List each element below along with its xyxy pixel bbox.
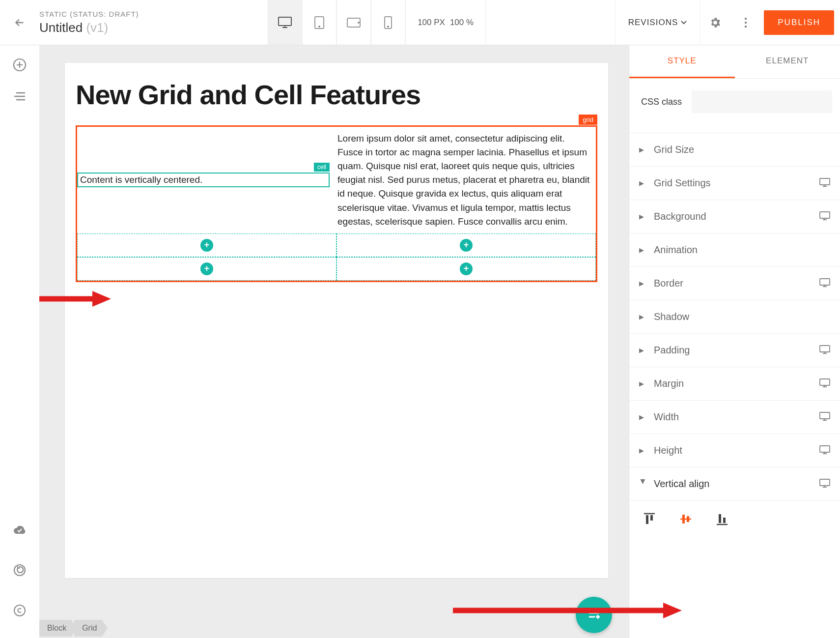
chevron-icon: ▶ bbox=[639, 179, 647, 187]
copyright-icon bbox=[13, 604, 26, 617]
more-button[interactable] bbox=[730, 0, 761, 45]
panel-tabs: STYLE ELEMENT bbox=[629, 45, 840, 79]
acc-animation[interactable]: ▶Animation bbox=[629, 233, 840, 267]
history-button[interactable] bbox=[10, 560, 29, 580]
empty-cell[interactable]: + bbox=[336, 233, 596, 257]
cloud-status[interactable] bbox=[10, 520, 29, 540]
acc-vertical-align[interactable]: ▶ Vertical align bbox=[629, 467, 840, 501]
revisions-dropdown[interactable]: REVISIONS bbox=[615, 0, 700, 45]
device-phone[interactable] bbox=[371, 0, 405, 45]
add-content-icon[interactable]: + bbox=[460, 239, 473, 252]
phone-icon bbox=[384, 16, 392, 29]
breadcrumb: Block Grid bbox=[39, 618, 105, 638]
copyright-button[interactable] bbox=[10, 601, 29, 620]
svg-rect-21 bbox=[646, 515, 648, 524]
add-content-icon[interactable]: + bbox=[200, 239, 213, 252]
css-class-label: CSS class bbox=[641, 97, 682, 107]
gear-icon bbox=[709, 16, 722, 29]
acc-label: Animation bbox=[654, 244, 830, 256]
acc-label: Background bbox=[654, 211, 819, 222]
main-row: New Grid and Cell Features grid cell Con… bbox=[0, 45, 840, 638]
acc-shadow[interactable]: ▶Shadow bbox=[629, 300, 840, 334]
svg-rect-15 bbox=[820, 279, 830, 285]
device-icon bbox=[819, 412, 830, 423]
list-icon bbox=[13, 91, 26, 101]
revisions-label: REVISIONS bbox=[628, 18, 678, 28]
back-button[interactable] bbox=[0, 0, 39, 45]
publish-button[interactable]: PUBLISH bbox=[764, 10, 834, 35]
settings-button[interactable] bbox=[700, 0, 730, 45]
device-icon bbox=[819, 378, 830, 389]
svg-point-8 bbox=[745, 21, 747, 23]
valign-middle[interactable] bbox=[679, 513, 692, 525]
acc-label: Vertical align bbox=[654, 478, 819, 490]
tree-button[interactable] bbox=[10, 87, 29, 106]
chevron-icon: ▶ bbox=[639, 213, 647, 220]
empty-cell[interactable]: + bbox=[77, 257, 336, 281]
device-icon bbox=[819, 178, 830, 189]
svg-rect-25 bbox=[719, 514, 721, 523]
chevron-icon: ▶ bbox=[639, 347, 647, 354]
page-surface[interactable]: New Grid and Cell Features grid cell Con… bbox=[65, 63, 608, 578]
svg-rect-17 bbox=[820, 379, 830, 385]
lorem-cell[interactable]: Lorem ipsum dolor sit amet, consectetur … bbox=[330, 127, 596, 233]
valign-bottom[interactable] bbox=[716, 513, 728, 525]
arrow-left-icon bbox=[13, 16, 26, 29]
acc-border[interactable]: ▶Border bbox=[629, 267, 840, 300]
acc-background[interactable]: ▶Background bbox=[629, 200, 840, 233]
more-vertical-icon bbox=[744, 17, 747, 28]
svg-rect-0 bbox=[279, 17, 291, 26]
add-content-icon[interactable]: + bbox=[200, 262, 213, 275]
svg-point-2 bbox=[319, 26, 320, 27]
grid-tag: grid bbox=[579, 115, 597, 125]
plus-circle-icon bbox=[12, 58, 27, 72]
chevron-icon: ▶ bbox=[639, 280, 647, 287]
svg-point-6 bbox=[388, 26, 389, 27]
device-tablet-portrait[interactable] bbox=[302, 0, 336, 45]
fab-add[interactable] bbox=[576, 597, 612, 633]
svg-rect-19 bbox=[820, 446, 830, 452]
canvas[interactable]: New Grid and Cell Features grid cell Con… bbox=[39, 45, 629, 638]
title-block: STATIC (STATUS: DRAFT) Untitled (v1) bbox=[39, 0, 139, 45]
cell-tag: cell bbox=[314, 163, 330, 172]
svg-rect-16 bbox=[820, 346, 830, 352]
valign-top[interactable] bbox=[643, 513, 656, 525]
css-class-row: CSS class bbox=[629, 79, 840, 133]
acc-margin[interactable]: ▶Margin bbox=[629, 367, 840, 401]
right-panel: STYLE ELEMENT CSS class ▶Grid Size▶Grid … bbox=[629, 45, 840, 638]
acc-width[interactable]: ▶Width bbox=[629, 401, 840, 434]
zoom-block[interactable]: 100 PX 100 % bbox=[405, 0, 486, 45]
add-element-button[interactable] bbox=[10, 55, 29, 75]
svg-rect-24 bbox=[687, 516, 689, 522]
svg-rect-18 bbox=[820, 412, 830, 419]
tab-element[interactable]: ELEMENT bbox=[735, 45, 840, 78]
selected-cell[interactable]: cell Content is vertically centered. bbox=[77, 173, 330, 187]
grid-element[interactable]: grid cell Content is vertically centered… bbox=[76, 125, 597, 282]
tablet-portrait-icon bbox=[314, 16, 325, 29]
crumb-grid[interactable]: Grid bbox=[74, 620, 108, 637]
fab-add-icon bbox=[587, 608, 601, 622]
acc-label: Margin bbox=[654, 378, 819, 389]
cloud-check-icon bbox=[13, 525, 27, 535]
device-desktop[interactable] bbox=[268, 0, 302, 45]
device-tablet-landscape[interactable] bbox=[336, 0, 371, 45]
device-icon bbox=[819, 479, 830, 490]
acc-height[interactable]: ▶Height bbox=[629, 434, 840, 467]
svg-point-12 bbox=[14, 605, 25, 616]
tab-style[interactable]: STYLE bbox=[629, 45, 735, 78]
crumb-block[interactable]: Block bbox=[39, 620, 77, 637]
chevron-icon: ▶ bbox=[639, 246, 647, 254]
acc-grid-settings[interactable]: ▶Grid Settings bbox=[629, 167, 840, 200]
svg-rect-20 bbox=[820, 479, 830, 486]
add-content-icon[interactable]: + bbox=[460, 262, 473, 275]
acc-grid-size[interactable]: ▶Grid Size bbox=[629, 133, 840, 167]
page-heading: New Grid and Cell Features bbox=[76, 79, 597, 111]
acc-padding[interactable]: ▶Padding bbox=[629, 334, 840, 367]
chevron-icon: ▶ bbox=[639, 413, 647, 421]
left-rail bbox=[0, 45, 39, 638]
empty-cell[interactable]: + bbox=[336, 257, 596, 281]
css-class-input[interactable] bbox=[692, 90, 832, 113]
empty-cell[interactable]: + bbox=[77, 233, 336, 257]
chevron-icon: ▶ bbox=[639, 447, 647, 454]
device-icon bbox=[819, 345, 830, 356]
